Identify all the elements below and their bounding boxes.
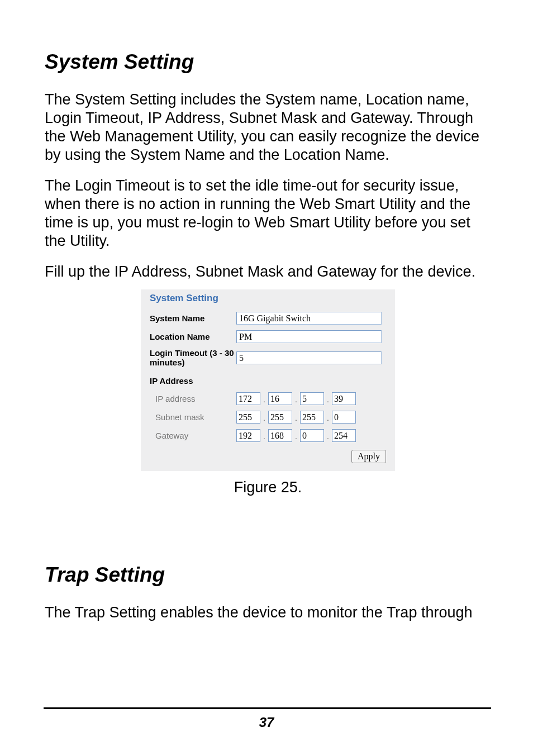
dot-separator: . xyxy=(324,413,332,424)
dot-separator: . xyxy=(324,432,332,442)
location-name-label: Location Name xyxy=(150,332,236,342)
dot-separator: . xyxy=(324,395,332,405)
gateway-octet-3[interactable] xyxy=(300,429,324,442)
dot-separator: . xyxy=(260,413,268,424)
subnet-mask-label: Subnet mask xyxy=(150,413,236,422)
ip-octet-1[interactable] xyxy=(236,392,260,405)
subnet-octet-1[interactable] xyxy=(236,411,260,424)
dot-separator: . xyxy=(292,413,300,424)
dot-separator: . xyxy=(292,432,300,442)
subnet-octet-2[interactable] xyxy=(268,411,292,424)
system-setting-para-3: Fill up the IP Address, Subnet Mask and … xyxy=(45,263,491,281)
ip-octet-4[interactable] xyxy=(332,392,356,405)
login-timeout-label: Login Timeout (3 - 30 minutes) xyxy=(150,349,236,367)
system-setting-panel: System Setting System Name Location Name… xyxy=(141,289,395,471)
system-setting-para-1: The System Setting includes the System n… xyxy=(45,91,491,164)
system-setting-heading: System Setting xyxy=(45,50,491,74)
footer-divider xyxy=(44,707,491,709)
system-setting-para-2: The Login Timeout is to set the idle tim… xyxy=(45,177,491,250)
ip-octet-3[interactable] xyxy=(300,392,324,405)
login-timeout-input[interactable] xyxy=(236,351,382,364)
dot-separator: . xyxy=(260,395,268,405)
ip-address-label: IP address xyxy=(150,394,236,404)
gateway-octet-4[interactable] xyxy=(332,429,356,442)
subnet-octet-3[interactable] xyxy=(300,411,324,424)
trap-setting-heading: Trap Setting xyxy=(45,563,491,587)
trap-setting-para-1: The Trap Setting enables the device to m… xyxy=(45,603,491,622)
ip-octet-2[interactable] xyxy=(268,392,292,405)
page-number: 37 xyxy=(0,715,533,730)
system-name-label: System Name xyxy=(150,314,236,324)
dot-separator: . xyxy=(260,432,268,442)
system-name-input[interactable] xyxy=(236,312,382,325)
gateway-octet-2[interactable] xyxy=(268,429,292,442)
figure-caption: Figure 25. xyxy=(45,479,491,496)
ip-address-header: IP Address xyxy=(150,376,386,386)
dot-separator: . xyxy=(292,395,300,405)
panel-title: System Setting xyxy=(150,293,386,304)
apply-button[interactable]: Apply xyxy=(351,450,386,463)
location-name-input[interactable] xyxy=(236,330,382,343)
gateway-label: Gateway xyxy=(150,431,236,441)
gateway-octet-1[interactable] xyxy=(236,429,260,442)
subnet-octet-4[interactable] xyxy=(332,411,356,424)
